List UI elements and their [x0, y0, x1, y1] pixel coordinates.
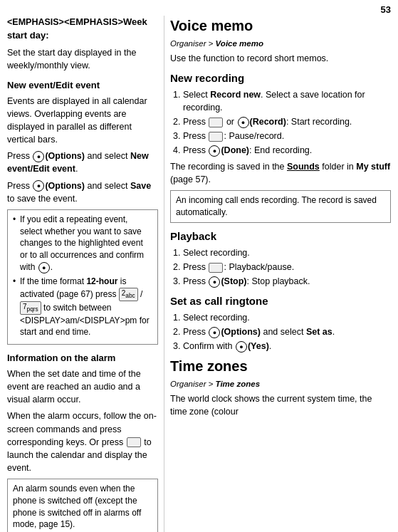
alarm-section: Information on the alarm When the set da… [7, 352, 158, 532]
new-event-body: Events are displayed in all calendar vie… [7, 95, 158, 147]
page-number: 53 [381, 4, 391, 15]
voice-memo-intro: Use the function to record short memos. [170, 52, 391, 65]
incoming-call-note-text: An incoming call ends recording. The rec… [176, 195, 377, 217]
ringtone-step-2: Press ●(Options) and select Set as. [183, 325, 391, 338]
playback-step-2: Press : Playback/pause. [183, 261, 391, 273]
key-7pqrs: 7pqrs [20, 301, 41, 315]
options-btn-1: ● [33, 151, 44, 162]
recording-step-4: Press ●(Done): End recording. [183, 144, 391, 157]
ringtone-steps: Select recording. Press ●(Options) and s… [170, 311, 391, 353]
ringtone-title: Set as call ringtone [170, 293, 391, 309]
new-recording-steps: Select Record new. Select a save locatio… [170, 88, 391, 157]
playback-steps: Select recording. Press : Playback/pause… [170, 246, 391, 288]
options-btn-2: ● [33, 180, 44, 192]
yes-btn: ● [236, 341, 247, 353]
alarm-body-2: When the alarm occurs, follow the on-scr… [7, 410, 158, 474]
tz-breadcrumb-organiser: Organiser [170, 380, 206, 388]
stop-btn: ● [209, 276, 220, 288]
new-event-title: New event/Edit event [7, 79, 158, 93]
alarm-note-box: An alarm sounds even when the phone is s… [7, 479, 158, 532]
playback-step-3: Press ●(Stop): Stop playback. [183, 275, 391, 288]
new-recording-title: New recording [170, 71, 391, 86]
alarm-body-1: When the set date and time of the event … [7, 367, 158, 406]
press-options-2: Press ●(Options) and select Save to save… [7, 179, 158, 205]
recording-saved-text: The recording is saved in the Sounds fol… [170, 160, 391, 186]
alarm-note-text: An alarm sounds even when the phone is s… [13, 484, 141, 529]
incoming-call-note: An incoming call ends recording. The rec… [170, 190, 391, 223]
playback-btn [209, 263, 223, 273]
playback-title: Playback [170, 229, 391, 244]
tips-box: If you edit a repeating event, select wh… [7, 209, 158, 345]
calendar-btn [127, 437, 141, 447]
confirm-btn: ● [38, 262, 50, 273]
key-2abc: 2abc [119, 288, 138, 301]
voice-memo-title: Voice memo [170, 16, 391, 36]
time-zones-breadcrumb: Organiser > Time zones [170, 378, 391, 390]
press-btn-2 [209, 118, 223, 127]
ringtone-step-3: Confirm with ●(Yes). [183, 340, 391, 353]
right-column: Voice memo Organiser > Voice memo Use th… [164, 16, 398, 532]
voice-memo-breadcrumb: Organiser > Voice memo [170, 38, 391, 50]
tip-2: If the time format 12-hour is activated … [13, 276, 152, 338]
breadcrumb-voice-memo: Voice memo [216, 39, 263, 48]
press-options-1: Press ●(Options) and select New event/Ed… [7, 150, 158, 175]
emphasis-body: Set the start day displayed in the weekl… [7, 46, 158, 72]
record-btn: ● [238, 117, 249, 128]
done-btn: ● [209, 145, 220, 157]
emphasis-title: <EMPHASIS><EMPHASIS>Week start day: [7, 16, 158, 43]
time-zones-body: The world clock shows the current system… [170, 392, 391, 418]
press-btn-3 [209, 132, 223, 142]
tip-1: If you edit a repeating event, select wh… [13, 214, 152, 273]
recording-step-1: Select Record new. Select a save locatio… [183, 88, 391, 114]
tz-breadcrumb-timezones: Time zones [216, 380, 260, 388]
breadcrumb-organiser: Organiser [170, 39, 206, 48]
recording-step-3: Press : Pause/record. [183, 130, 391, 142]
options-btn-ring: ● [209, 327, 220, 338]
time-zones-title: Time zones [170, 356, 391, 377]
ringtone-step-1: Select recording. [183, 311, 391, 324]
left-column: <EMPHASIS><EMPHASIS>Week start day: Set … [0, 16, 164, 532]
new-event-section: New event/Edit event Events are displaye… [7, 79, 158, 345]
recording-step-2: Press or ●(Record): Start recording. [183, 115, 391, 128]
playback-step-1: Select recording. [183, 246, 391, 259]
alarm-title: Information on the alarm [7, 352, 158, 365]
